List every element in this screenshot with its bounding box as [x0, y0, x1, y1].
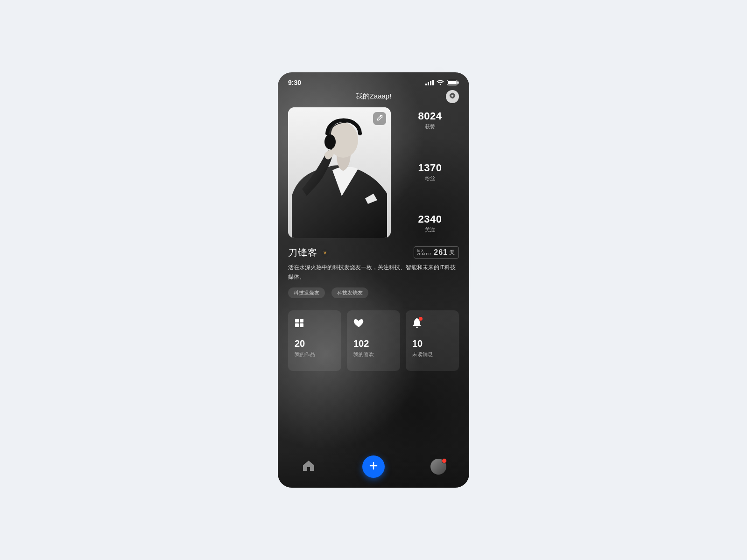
- avatar-image: [288, 107, 391, 238]
- phone-frame: 9:30 我的Zaaap!: [278, 72, 469, 488]
- svg-rect-2: [430, 81, 431, 86]
- gear-icon: [449, 92, 456, 101]
- stat-value: 2340: [401, 213, 459, 225]
- svg-rect-15: [300, 323, 303, 327]
- bell-icon: [412, 318, 452, 328]
- profile-bio: 活在水深火热中的科技发烧友一枚，关注科技、智能和未来的IT科技媒体。: [278, 259, 469, 282]
- card-count: 20: [295, 338, 335, 349]
- stat-label: 获赞: [401, 123, 459, 130]
- profile-stats: 8024 获赞 1370 粉丝 2340 关注: [401, 107, 459, 238]
- edit-icon: [376, 114, 383, 123]
- join-badge: 加入 ZEALER 261天: [414, 246, 459, 259]
- name-row: 刀锋客 V 加入 ZEALER 261天: [278, 238, 469, 259]
- card-messages[interactable]: 10 未读消息: [406, 310, 459, 371]
- bottom-nav: [278, 450, 469, 488]
- card-label: 我的喜欢: [353, 351, 394, 358]
- status-time: 9:30: [288, 79, 301, 86]
- svg-point-11: [324, 134, 336, 149]
- svg-rect-0: [425, 84, 427, 85]
- notification-dot: [419, 317, 423, 321]
- svg-rect-13: [300, 319, 303, 322]
- grid-icon: [295, 318, 335, 328]
- svg-rect-14: [295, 323, 299, 327]
- edit-avatar-button[interactable]: [373, 112, 386, 125]
- svg-rect-7: [458, 82, 459, 84]
- battery-icon: [447, 80, 459, 85]
- nav-home[interactable]: [301, 459, 317, 475]
- wifi-icon: [437, 80, 444, 85]
- svg-rect-6: [448, 81, 457, 84]
- card-count: 102: [353, 338, 394, 349]
- stat-following[interactable]: 2340 关注: [401, 213, 459, 233]
- svg-point-4: [440, 84, 441, 85]
- tag[interactable]: 科技发烧友: [288, 287, 325, 298]
- stat-value: 8024: [401, 110, 459, 122]
- settings-button[interactable]: [446, 90, 459, 103]
- svg-rect-3: [432, 80, 434, 85]
- svg-rect-1: [428, 82, 429, 85]
- verified-badge: V: [321, 249, 329, 257]
- card-count: 10: [412, 338, 452, 349]
- status-indicators: [425, 80, 459, 85]
- nav-profile[interactable]: [430, 459, 446, 475]
- tag[interactable]: 科技发烧友: [331, 287, 368, 298]
- avatar-card[interactable]: [288, 107, 391, 238]
- summary-cards: 20 我的作品 102 我的喜欢 10 未读消息: [278, 298, 469, 371]
- profile-row: 8024 获赞 1370 粉丝 2340 关注: [278, 107, 469, 238]
- status-bar: 9:30: [278, 72, 469, 89]
- svg-rect-12: [295, 319, 299, 322]
- heart-icon: [353, 318, 394, 328]
- card-likes[interactable]: 102 我的喜欢: [347, 310, 400, 371]
- svg-point-8: [451, 95, 454, 97]
- stat-followers[interactable]: 1370 粉丝: [401, 162, 459, 182]
- signal-icon: [425, 80, 434, 85]
- page-title: 我的Zaaap!: [356, 92, 392, 101]
- card-label: 我的作品: [295, 351, 335, 358]
- page-header: 我的Zaaap!: [278, 89, 469, 107]
- nav-add[interactable]: [362, 455, 385, 478]
- card-works[interactable]: 20 我的作品: [288, 310, 341, 371]
- plus-icon: [368, 461, 379, 473]
- stat-value: 1370: [401, 162, 459, 174]
- stat-label: 粉丝: [401, 175, 459, 182]
- home-icon: [302, 460, 315, 474]
- stat-label: 关注: [401, 226, 459, 233]
- stat-likes[interactable]: 8024 获赞: [401, 110, 459, 130]
- profile-tags: 科技发烧友 科技发烧友: [278, 282, 469, 298]
- profile-name: 刀锋客: [288, 246, 317, 259]
- card-label: 未读消息: [412, 351, 452, 358]
